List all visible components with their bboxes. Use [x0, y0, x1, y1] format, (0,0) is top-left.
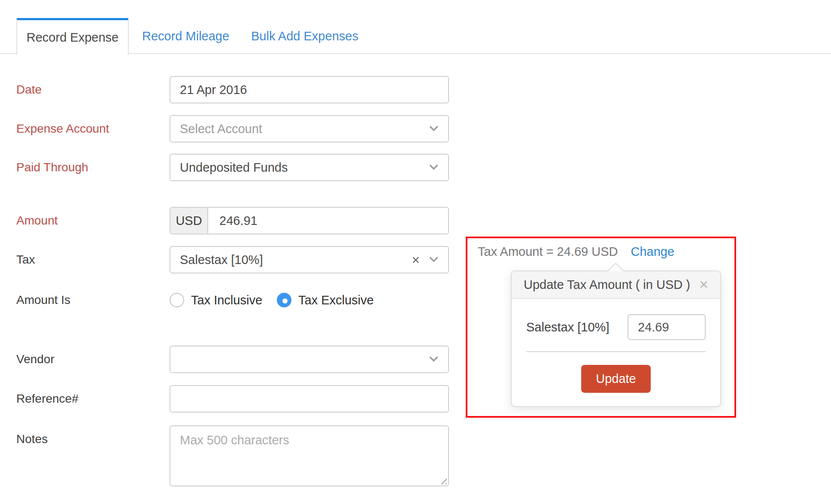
- paid-through-value: Undeposited Funds: [170, 161, 288, 175]
- chevron-down-icon: [429, 253, 438, 262]
- chevron-down-icon: [429, 161, 438, 170]
- close-icon[interactable]: ×: [699, 277, 708, 292]
- amount-field-group: USD: [170, 207, 449, 234]
- tax-inclusive-radio[interactable]: [170, 293, 184, 307]
- update-tax-popup: Update Tax Amount ( in USD ) × Salestax …: [511, 270, 721, 407]
- tab-record-expense[interactable]: Record Expense: [16, 18, 129, 55]
- popup-tax-label: Salestax [10%]: [526, 320, 609, 334]
- tax-exclusive-radio[interactable]: [277, 293, 291, 307]
- currency-prefix: USD: [170, 208, 208, 234]
- expense-account-select[interactable]: Select Account: [170, 115, 449, 143]
- tab-bulk-add-expenses[interactable]: Bulk Add Expenses: [251, 18, 358, 54]
- tax-amount-summary: Tax Amount = 24.69 USD: [478, 245, 618, 259]
- amount-is-label: Amount Is: [16, 292, 158, 308]
- chevron-down-icon: [429, 353, 438, 362]
- vendor-label: Vendor: [16, 346, 158, 373]
- tab-record-mileage[interactable]: Record Mileage: [142, 18, 229, 54]
- amount-is-radio-group: Tax Inclusive Tax Exclusive: [170, 292, 374, 308]
- popup-header: Update Tax Amount ( in USD ) ×: [512, 271, 720, 299]
- tax-inclusive-label[interactable]: Tax Inclusive: [191, 293, 262, 307]
- amount-input[interactable]: [208, 208, 448, 234]
- date-input[interactable]: [170, 76, 449, 103]
- clear-icon[interactable]: ×: [412, 253, 420, 267]
- date-label: Date: [16, 76, 158, 103]
- change-link[interactable]: Change: [631, 245, 674, 259]
- expense-account-label: Expense Account: [16, 115, 158, 143]
- paid-through-label: Paid Through: [16, 154, 158, 181]
- notes-label: Notes: [16, 425, 158, 453]
- popup-title: Update Tax Amount ( in USD ): [524, 278, 690, 292]
- tax-select[interactable]: Salestax [10%] ×: [170, 246, 449, 273]
- update-button[interactable]: Update: [581, 365, 651, 393]
- record-expense-page: Record Expense Record Mileage Bulk Add E…: [0, 0, 831, 504]
- notes-textarea[interactable]: [170, 425, 449, 486]
- popup-tax-amount-input[interactable]: [628, 314, 706, 340]
- vendor-select[interactable]: [170, 346, 449, 373]
- expense-account-placeholder: Select Account: [170, 122, 262, 136]
- paid-through-select[interactable]: Undeposited Funds: [170, 154, 449, 181]
- tax-value: Salestax [10%]: [170, 253, 263, 267]
- reference-input[interactable]: [170, 385, 449, 413]
- reference-label: Reference#: [16, 385, 158, 413]
- tax-label: Tax: [16, 246, 158, 273]
- amount-label: Amount: [16, 207, 158, 234]
- chevron-down-icon: [429, 122, 438, 131]
- popup-divider: [526, 351, 706, 352]
- tax-exclusive-label[interactable]: Tax Exclusive: [298, 293, 374, 307]
